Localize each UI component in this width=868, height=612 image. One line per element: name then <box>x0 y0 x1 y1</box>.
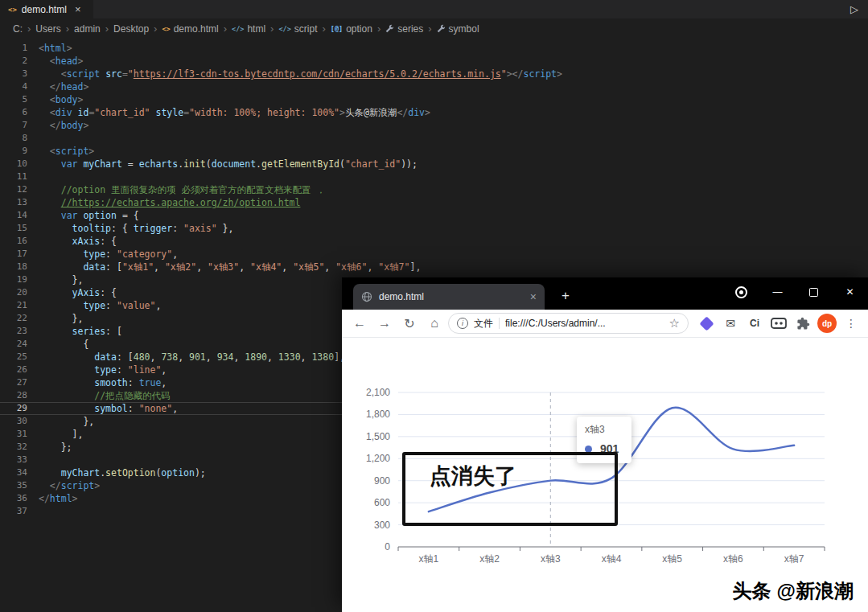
breadcrumb-item-admin[interactable]: admin <box>74 23 101 35</box>
new-tab-button[interactable]: + <box>554 285 577 307</box>
code-token <box>39 107 50 118</box>
code-token: var <box>61 158 78 170</box>
url-text: file:///C:/Users/admin/... <box>505 318 664 329</box>
breadcrumb-item-c[interactable]: C: <box>13 23 23 35</box>
code-line-7[interactable]: 7 </body> <box>0 119 868 132</box>
breadcrumb-item-script[interactable]: </>script <box>278 23 317 35</box>
code-token: }, <box>217 223 234 234</box>
code-token <box>39 287 72 298</box>
code-token: "chart_id" <box>94 107 150 118</box>
breadcrumb-item-symbol[interactable]: symbol <box>437 23 479 35</box>
svg-text:900: 900 <box>374 475 390 487</box>
maximize-button[interactable] <box>796 277 832 306</box>
code-line-6[interactable]: 6 <div id="chart_id" style="width: 100%;… <box>0 106 868 119</box>
code-token: , <box>155 300 161 311</box>
code-token: 480 <box>134 351 150 363</box>
code-line-4[interactable]: 4 </head> <box>0 80 868 93</box>
code-token: yAxis <box>72 287 101 298</box>
code-token: option <box>83 210 117 221</box>
breadcrumb-label: admin <box>74 23 101 35</box>
code-line-2[interactable]: 2 <head> <box>0 55 868 68</box>
line-number: 19 <box>0 273 27 286</box>
line-number: 5 <box>0 93 27 106</box>
code-token: head <box>56 55 78 67</box>
code-line-17[interactable]: 17 type: "category", <box>0 248 868 261</box>
bookmark-star-icon[interactable]: ☆ <box>669 316 680 331</box>
code-line-12[interactable]: 12 //option 里面很复杂的项 必须对着官方的配置文档来配置 ， <box>0 183 868 196</box>
address-bar[interactable]: i 文件 file:///C:/Users/admin/... ☆ <box>448 313 689 334</box>
code-token: echarts <box>139 158 178 170</box>
code-token: //option 里面很复杂的项 必须对着官方的配置文档来配置 ， <box>61 184 326 195</box>
code-token: 738 <box>161 351 178 363</box>
code-token <box>39 81 50 92</box>
code-line-18[interactable]: 18 data: ["x轴1", "x轴2", "x轴3", "x轴4", "x… <box>0 261 868 273</box>
code-token: ); <box>195 467 206 479</box>
code-token: : [ <box>105 326 122 337</box>
home-icon[interactable]: ⌂ <box>423 312 446 335</box>
code-line-9[interactable]: 9 <script> <box>0 145 868 158</box>
tab-search-icon[interactable] <box>723 277 759 306</box>
code-token: > <box>94 480 100 491</box>
breadcrumb-item-option[interactable]: [@]option <box>331 23 372 35</box>
code-token: html <box>50 493 72 504</box>
breadcrumb-item-series[interactable]: series <box>385 23 423 35</box>
code-token: html <box>44 43 67 54</box>
run-button[interactable]: ▷ <box>841 0 868 18</box>
editor-tab-demo-html[interactable]: <> demo.html × <box>0 0 93 18</box>
profile-avatar[interactable]: dp <box>817 313 837 334</box>
code-line-1[interactable]: 1<html> <box>0 42 868 55</box>
code-token: : [ <box>117 351 134 363</box>
code-token: ></ <box>507 68 524 80</box>
code-token <box>39 480 50 491</box>
breadcrumb-separator-icon: › <box>105 23 109 35</box>
code-line-15[interactable]: 15 tooltip: { trigger: "axis" }, <box>0 222 868 235</box>
code-token <box>39 351 94 363</box>
purple-diamond-extension-icon[interactable] <box>696 313 717 334</box>
code-token <box>39 364 94 376</box>
code-line-8[interactable]: 8 <box>0 132 868 145</box>
forward-icon[interactable]: → <box>373 312 396 335</box>
browser-tab-close-icon[interactable]: × <box>530 290 537 303</box>
reload-icon[interactable]: ↻ <box>398 312 421 335</box>
code-token: ( <box>339 158 345 170</box>
minimize-button[interactable]: — <box>759 277 796 306</box>
line-number: 32 <box>0 441 27 454</box>
code-line-14[interactable]: 14 var option = { <box>0 209 868 222</box>
code-line-3[interactable]: 3 <script src="https://lf3-cdn-tos.bytec… <box>0 68 868 80</box>
code-token <box>150 107 156 118</box>
breadcrumb-item-html[interactable]: </>html <box>232 23 265 35</box>
mail-extension-icon[interactable]: ✉ <box>720 313 741 334</box>
page-content: 03006009001,2001,5001,8002,100x轴1x轴2x轴3x… <box>342 338 868 612</box>
code-token: "value" <box>117 300 155 311</box>
code-token: : <box>128 403 139 414</box>
code-token: </ <box>50 81 61 92</box>
breadcrumb-item-desktop[interactable]: Desktop <box>113 23 149 35</box>
close-tab-icon[interactable]: × <box>75 3 81 15</box>
line-number: 3 <box>0 68 27 80</box>
ci-extension-icon[interactable]: Ci <box>744 313 765 334</box>
code-line-16[interactable]: 16 xAxis: { <box>0 235 868 248</box>
svg-text:1,200: 1,200 <box>366 453 390 464</box>
code-line-5[interactable]: 5 <body> <box>0 93 868 106</box>
code-token: option <box>161 467 195 479</box>
code-token: </ <box>397 107 408 118</box>
code-line-13[interactable]: 13 //https://echarts.apache.org/zh/optio… <box>0 196 868 209</box>
screen-record-extension-icon[interactable] <box>768 313 789 334</box>
svg-text:300: 300 <box>374 520 390 531</box>
browser-tab[interactable]: demo.html × <box>353 284 545 310</box>
code-line-11[interactable]: 11 <box>0 170 868 183</box>
watermark: 头条 @新浪潮 <box>733 578 854 604</box>
page-info-icon[interactable]: i <box>457 318 468 329</box>
breadcrumb-item-demo-html[interactable]: <>demo.html <box>162 23 218 35</box>
puzzle-extensions-icon[interactable] <box>792 313 813 334</box>
breadcrumb-label: Desktop <box>113 23 149 35</box>
code-token: script <box>523 68 557 80</box>
code-line-10[interactable]: 10 var myChart = echarts.init(document.g… <box>0 158 868 170</box>
close-window-button[interactable]: ✕ <box>832 277 868 306</box>
line-number: 16 <box>0 235 27 248</box>
breadcrumb-item-users[interactable]: Users <box>35 23 60 35</box>
svg-text:600: 600 <box>374 497 390 508</box>
svg-text:x轴2: x轴2 <box>479 553 500 565</box>
back-icon[interactable]: ← <box>348 312 371 335</box>
browser-menu-icon[interactable]: ⋮ <box>841 313 862 334</box>
